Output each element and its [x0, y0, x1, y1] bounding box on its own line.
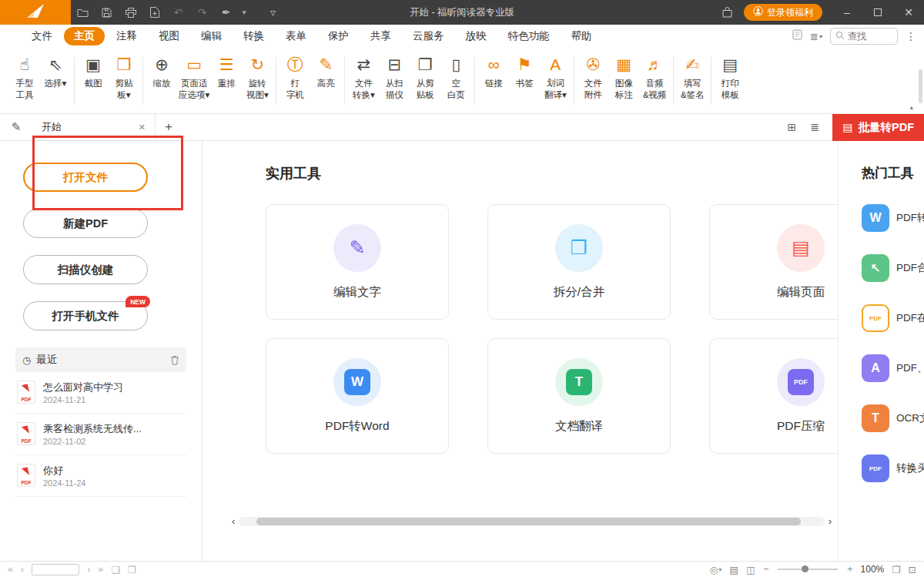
card-doc-translate[interactable]: T 文档翻译 — [487, 338, 671, 454]
next-page-icon[interactable]: › — [87, 564, 90, 575]
prev-view-icon[interactable]: ❑ — [111, 564, 119, 575]
recent-file-item[interactable]: PDF 怎么面对高中学习 2024-11-21 — [15, 372, 186, 414]
ribbon-tool-select[interactable]: ⇖选择▾ — [40, 55, 71, 89]
maximize-button[interactable] — [862, 0, 893, 25]
open-folder-icon[interactable] — [71, 0, 95, 25]
ribbon-tool-highlight[interactable]: ✎高亮 — [310, 55, 341, 89]
zoom-level[interactable]: 100% — [861, 564, 885, 575]
popular-tool-item[interactable]: W PDF转 — [862, 204, 924, 232]
new-document-icon[interactable] — [142, 0, 166, 25]
ribbon-tool-link[interactable]: ∞链接 — [478, 55, 509, 89]
single-page-view-icon[interactable]: ▤ — [729, 564, 738, 575]
grid-view-icon[interactable]: ⊞ — [780, 121, 803, 133]
ribbon-tool-typewriter[interactable]: Ⓣ打 字机 — [280, 55, 310, 101]
ribbon-tool-convert-file[interactable]: ⇄文件 转换▾ — [348, 55, 379, 101]
card-pdf-compress[interactable]: PDF PDF压缩 — [709, 338, 838, 454]
ribbon-tool-audio-video[interactable]: ♬音频 &视频 — [639, 55, 670, 101]
card-split-merge[interactable]: ❐ 拆分/合并 — [487, 204, 671, 320]
save-icon[interactable] — [95, 0, 119, 25]
open-file-button[interactable]: 打开文件 — [23, 163, 148, 192]
ribbon-tool-print-template[interactable]: ▤打印 模板 — [715, 55, 745, 101]
create-pdf-button[interactable]: 新建PDF — [23, 209, 148, 238]
menu-edit[interactable]: 编辑 — [191, 27, 232, 45]
batch-convert-pdf-button[interactable]: ▤ 批量转PDF — [832, 114, 924, 141]
card-edit-pages[interactable]: ▤ 编辑页面 — [709, 204, 838, 320]
recent-file-item[interactable]: PDF 乘客检测系统无线传... 2022-11-02 — [15, 414, 186, 455]
ribbon-tool-translate[interactable]: A划词 翻译▾ — [540, 55, 571, 101]
menu-cloud[interactable]: 云服务 — [403, 27, 454, 45]
menu-features[interactable]: 特色功能 — [498, 27, 560, 45]
select-zoom-icon[interactable]: ◎▾ — [709, 564, 721, 575]
ribbon-tool-attachment[interactable]: ✇文件 附件 — [578, 55, 608, 101]
menu-home[interactable]: 主页 — [64, 27, 105, 45]
facing-page-view-icon[interactable]: ◫ — [746, 564, 755, 575]
page-number-input[interactable] — [32, 564, 79, 575]
ribbon-tool-snapshot[interactable]: ▣截图 — [78, 55, 109, 89]
search-input[interactable] — [848, 31, 892, 42]
ribbon-collapse-icon[interactable]: ▴ — [909, 103, 913, 111]
read-mode-icon[interactable] — [792, 29, 802, 43]
menu-convert[interactable]: 转换 — [233, 27, 274, 45]
card-pdf-to-word[interactable]: W PDF转Word — [266, 338, 449, 454]
popular-tool-item[interactable]: ↖ PDF合 — [862, 254, 924, 282]
ribbon-tool-rotate-view[interactable]: ↻旋转 视图▾ — [242, 55, 273, 101]
scrollbar-thumb[interactable] — [256, 518, 801, 525]
zoom-slider-thumb[interactable] — [802, 565, 808, 572]
horizontal-scrollbar[interactable]: ‹ › — [232, 516, 832, 527]
zoom-slider[interactable] — [778, 569, 838, 570]
prev-page-icon[interactable]: ‹ — [21, 564, 24, 575]
ribbon-tool-fit-page[interactable]: ▭页面适 应选项▾ — [177, 55, 211, 101]
list-view-icon[interactable]: ≣ — [803, 121, 826, 133]
tab-close-icon[interactable]: ✕ — [139, 122, 146, 133]
redo-icon[interactable]: ↷ — [190, 0, 214, 25]
ribbon-tool-from-clipboard[interactable]: ❐从剪 贴板 — [410, 55, 440, 101]
scanner-create-button[interactable]: 扫描仪创建 — [23, 255, 148, 284]
search-list-icon[interactable]: ≣▾ — [810, 31, 822, 42]
ribbon-tool-image-annotation[interactable]: ▦图像 标注 — [608, 55, 639, 101]
popular-tool-item[interactable]: A PDF、 — [862, 354, 924, 382]
popular-tool-item[interactable]: T OCR文 — [862, 404, 924, 432]
popular-tool-item[interactable]: PDF PDF在 — [862, 304, 924, 332]
ribbon-tool-bookmark[interactable]: ⚑书签 — [509, 55, 540, 89]
ribbon-tool-hand[interactable]: ☝手型 工具 — [9, 55, 40, 101]
zoom-in-icon[interactable]: + — [847, 564, 852, 575]
first-page-icon[interactable]: « — [8, 564, 13, 575]
menu-file[interactable]: 文件 — [22, 27, 62, 45]
popular-tool-item[interactable]: PDF 转换头 — [862, 455, 924, 482]
close-button[interactable]: ✕ — [893, 0, 924, 25]
card-edit-text[interactable]: ✎ 编辑文字 — [266, 204, 449, 320]
ink-pen-icon[interactable]: ✒ — [214, 0, 238, 25]
scroll-right-icon[interactable]: › — [829, 516, 832, 527]
fit-width-icon[interactable]: ❐ — [892, 564, 900, 575]
tab-start[interactable]: 开始 ✕ — [32, 114, 156, 140]
more-menu-icon[interactable]: ⋮ — [906, 30, 916, 42]
next-view-icon[interactable]: ❐ — [127, 564, 136, 575]
ribbon-tool-clipboard[interactable]: ❒剪贴 板▾ — [109, 55, 139, 101]
ribbon-tool-blank-page[interactable]: ▯空 白页 — [440, 55, 471, 101]
last-page-icon[interactable]: » — [98, 564, 103, 575]
shop-bag-icon[interactable] — [715, 0, 739, 25]
edit-pencil-icon[interactable]: ✎ — [0, 120, 32, 134]
add-tab-button[interactable]: + — [156, 119, 182, 135]
ribbon-tool-fill-sign[interactable]: ✍填写 &签名 — [677, 55, 708, 101]
login-button[interactable]: 登录领福利 — [744, 4, 822, 21]
ribbon-scrollbar[interactable] — [919, 69, 922, 103]
ribbon-tool-zoom[interactable]: ⊕缩放 — [146, 55, 177, 89]
menu-form[interactable]: 表单 — [276, 27, 316, 45]
ribbon-tool-from-scanner[interactable]: ⊟从扫 描仪 — [379, 55, 410, 101]
undo-icon[interactable]: ↶ — [166, 0, 190, 25]
recent-file-item[interactable]: PDF 你好 2024-11-24 — [15, 455, 186, 497]
clear-recent-trash-icon[interactable] — [170, 355, 179, 365]
foxit-logo[interactable] — [0, 0, 71, 25]
fullscreen-icon[interactable]: ⊡ — [909, 564, 916, 575]
ribbon-tool-reflow[interactable]: ☰重排 — [211, 55, 242, 89]
scroll-left-icon[interactable]: ‹ — [232, 516, 235, 527]
open-mobile-file-button[interactable]: 打开手机文件 NEW — [23, 301, 148, 330]
menu-share[interactable]: 共享 — [360, 27, 401, 45]
menu-comment[interactable]: 注释 — [106, 27, 147, 45]
ink-pen-caret-icon[interactable]: ▾ — [238, 0, 250, 25]
menu-present[interactable]: 放映 — [456, 27, 497, 45]
minimize-button[interactable]: – — [832, 0, 862, 25]
quick-access-collapse-icon[interactable]: ▿ — [261, 0, 285, 25]
menu-view[interactable]: 视图 — [149, 27, 189, 45]
